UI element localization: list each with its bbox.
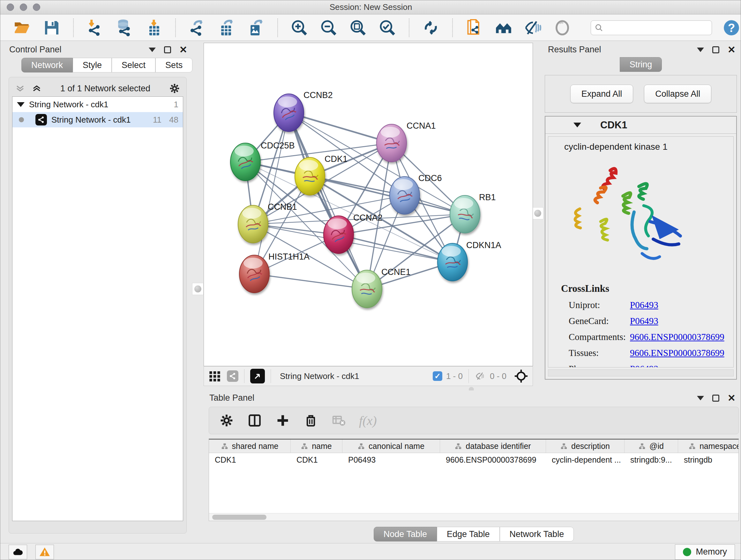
export-table-button[interactable] [217, 18, 237, 38]
tab-network-table[interactable]: Network Table [500, 527, 574, 542]
column-header-namespace[interactable]: namespace [678, 440, 739, 453]
tab-edge-table[interactable]: Edge Table [437, 527, 500, 542]
table-cell[interactable]: CDK1 [209, 453, 291, 466]
search-input[interactable] [606, 23, 708, 33]
add-column-button[interactable] [275, 413, 291, 428]
zoom-fit-button[interactable] [348, 18, 368, 38]
tab-sets[interactable]: Sets [155, 58, 192, 72]
column-header-description[interactable]: description [546, 440, 624, 453]
network-view-canvas[interactable]: CCNB2CCNA1CDC25BCDK1CDC6RB1CCNB1CCNA2CDK… [204, 43, 533, 366]
node-CCNB2[interactable]: CCNB2 [274, 90, 333, 132]
maximize-panel-icon[interactable] [164, 46, 171, 53]
export-image-button[interactable] [246, 18, 266, 38]
left-splitter-handle[interactable] [192, 283, 204, 295]
column-header-canonical-name[interactable]: canonical name [342, 440, 440, 453]
crosslink-link[interactable]: P06493 [630, 364, 658, 368]
table-row[interactable]: CDK1CDK1P064939606.ENSP00000378699cyclin… [209, 453, 738, 466]
table-cell[interactable]: 9606.ENSP00000378699 [440, 453, 546, 466]
birdseye-view-button[interactable] [250, 369, 265, 383]
cloud-status-button[interactable] [9, 545, 27, 559]
tab-style[interactable]: Style [73, 58, 112, 72]
edge-CCNB2-HIST1H1A[interactable] [254, 113, 289, 274]
collapse-all-button[interactable]: Collapse All [644, 84, 711, 103]
node-HIST1H1A[interactable]: HIST1H1A [239, 252, 310, 293]
close-panel-icon[interactable]: ✕ [179, 45, 187, 55]
import-table-button[interactable] [144, 18, 164, 38]
collapse-gene-icon[interactable] [574, 123, 581, 127]
expand-all-icon[interactable] [32, 84, 42, 93]
grid-view-icon[interactable] [208, 370, 221, 382]
tab-network[interactable]: Network [21, 58, 73, 72]
memory-button[interactable]: Memory [675, 544, 735, 560]
tab-select[interactable]: Select [112, 58, 155, 72]
network-badge-icon[interactable] [227, 370, 239, 382]
edge-CCNB2-CCNA1[interactable] [289, 113, 392, 143]
table-cell[interactable]: CDK1 [291, 453, 342, 466]
table-cell[interactable]: stringdb:9... [624, 453, 678, 466]
node-RB1[interactable]: RB1 [450, 192, 496, 233]
gene-header-row[interactable]: CDK1 [545, 117, 736, 134]
maximize-panel-icon[interactable] [712, 395, 719, 401]
open-session-button[interactable] [12, 18, 32, 38]
import-network-file-button[interactable] [85, 18, 105, 38]
zoom-selected-button[interactable] [378, 18, 397, 38]
close-panel-icon[interactable]: ✕ [728, 45, 736, 55]
scrollbar-thumb[interactable] [212, 515, 266, 520]
column-header-shared-name[interactable]: shared name [209, 440, 291, 453]
results-horizontal-scrollbar[interactable] [548, 369, 734, 376]
fit-selected-crosshair-icon[interactable] [514, 369, 528, 383]
string-network-graph[interactable]: CCNB2CCNA1CDC25BCDK1CDC6RB1CCNB1CCNA2CDK… [204, 43, 533, 366]
table-settings-button[interactable] [219, 413, 234, 428]
warnings-button[interactable] [36, 545, 54, 559]
string-home-button[interactable] [494, 18, 514, 38]
table-cell[interactable]: cyclin-dependent ... [546, 453, 624, 466]
column-header-name[interactable]: name [291, 440, 342, 453]
help-button[interactable]: ? [722, 18, 741, 38]
crosslink-link[interactable]: 9606.ENSP00000378699 [630, 332, 724, 342]
table-cell[interactable]: P06493 [342, 453, 440, 466]
node-table[interactable]: shared namenamecanonical namedatabase id… [209, 439, 739, 521]
network-row-selected[interactable]: String Network - cdk1 11 48 [12, 112, 183, 127]
refresh-button[interactable] [421, 18, 441, 38]
show-columns-button[interactable] [247, 413, 263, 428]
show-lens-button[interactable] [552, 18, 572, 38]
column-header-database-identifier[interactable]: database identifier [440, 440, 546, 453]
tab-node-table[interactable]: Node Table [374, 527, 437, 542]
float-panel-icon[interactable] [697, 396, 704, 400]
hide-selection-button[interactable] [523, 18, 543, 38]
crosslink-link[interactable]: P06493 [630, 316, 658, 326]
table-horizontal-scrollbar[interactable] [209, 513, 738, 521]
save-session-button[interactable] [42, 18, 62, 38]
expand-all-button[interactable]: Expand All [570, 84, 633, 103]
edge-CCNE1-HIST1H1A[interactable] [254, 274, 367, 289]
node-CDKN1A[interactable]: CDKN1A [437, 240, 501, 281]
close-panel-icon[interactable]: ✕ [728, 393, 736, 403]
node-CCNA1[interactable]: CCNA1 [377, 121, 436, 162]
maximize-panel-icon[interactable] [712, 46, 719, 53]
gear-icon[interactable] [169, 83, 180, 94]
crosslink-link[interactable]: 9606.ENSP00000378699 [630, 348, 724, 358]
collapse-all-icon[interactable] [15, 84, 25, 93]
network-edges[interactable] [246, 113, 465, 289]
zoom-in-button[interactable] [289, 18, 309, 38]
node-CDK1[interactable]: CDK1 [295, 154, 347, 195]
import-network-database-button[interactable] [115, 18, 134, 38]
zoom-out-button[interactable] [319, 18, 339, 38]
right-splitter-handle[interactable] [532, 207, 543, 219]
node-CDC6[interactable]: CDC6 [390, 173, 442, 214]
float-panel-icon[interactable] [697, 48, 704, 52]
node-CCNE1[interactable]: CCNE1 [352, 267, 411, 308]
column-header--id[interactable]: @id [624, 440, 678, 453]
tab-string[interactable]: String [620, 57, 662, 72]
table-cell[interactable]: stringdb [678, 453, 739, 466]
string-document-button[interactable] [464, 18, 484, 38]
float-panel-icon[interactable] [149, 48, 156, 52]
selected-checkbox-icon[interactable]: ✓ [433, 371, 442, 381]
edge-CCNB2-CCNE1[interactable] [289, 113, 367, 289]
crosslink-link[interactable]: P06493 [630, 300, 658, 310]
tree-expand-icon[interactable] [17, 102, 24, 107]
export-network-button[interactable] [187, 18, 207, 38]
network-collection-row[interactable]: String Network - cdk1 1 [12, 97, 183, 112]
search-field[interactable] [591, 20, 712, 35]
delete-column-button[interactable] [303, 413, 319, 428]
